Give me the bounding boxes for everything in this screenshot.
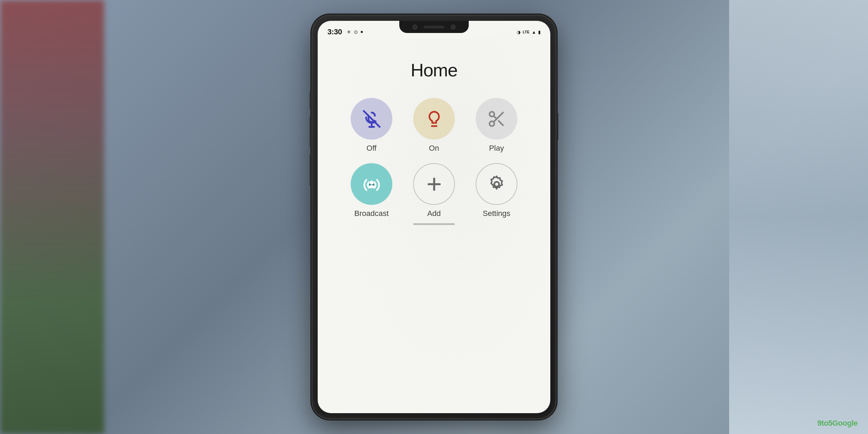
button-grid: Off On xyxy=(347,98,521,218)
play-button[interactable]: Play xyxy=(476,98,517,153)
scene: 3:30 ✳ ⊙ ◑ LTE ▲ ▮ Home xyxy=(0,0,868,434)
broadcast-label: Broadcast xyxy=(354,209,389,218)
broadcast-circle[interactable] xyxy=(351,163,392,205)
volume-down-button[interactable] xyxy=(310,116,312,148)
plus-icon xyxy=(425,175,444,194)
screen-content: Home xyxy=(318,39,550,413)
play-label: Play xyxy=(489,144,504,153)
phone-frame: 3:30 ✳ ⊙ ◑ LTE ▲ ▮ Home xyxy=(312,16,556,418)
svg-line-7 xyxy=(493,116,496,119)
status-time: 3:30 xyxy=(327,27,342,36)
add-label: Add xyxy=(427,209,441,218)
on-button[interactable]: On xyxy=(413,98,455,153)
scissors-icon xyxy=(487,109,506,128)
mic-off-icon xyxy=(362,109,381,128)
svg-point-12 xyxy=(494,182,499,186)
assistant-button[interactable] xyxy=(310,155,312,186)
broadcast-icon xyxy=(362,175,381,194)
front-camera-2 xyxy=(451,25,456,30)
svg-line-6 xyxy=(499,121,503,125)
battery-icon: ▮ xyxy=(538,30,541,35)
add-button[interactable]: Add xyxy=(413,163,455,218)
off-button[interactable]: Off xyxy=(351,98,392,153)
home-indicator[interactable] xyxy=(413,223,455,225)
notification-dot xyxy=(361,31,363,33)
watermark: 9to5Google xyxy=(817,419,858,428)
notification-icon-2: ⊙ xyxy=(354,29,358,35)
notification-icon-1: ✳ xyxy=(347,29,351,35)
add-circle[interactable] xyxy=(413,163,455,205)
page-title: Home xyxy=(411,60,458,81)
status-right-icons: ◑ LTE ▲ ▮ xyxy=(517,30,541,35)
volume-icon: ◑ xyxy=(517,30,520,35)
svg-point-9 xyxy=(369,181,373,184)
gear-icon xyxy=(487,175,506,194)
settings-circle[interactable] xyxy=(476,163,517,205)
power-button[interactable] xyxy=(556,113,558,141)
off-label: Off xyxy=(367,144,377,153)
status-icons: ✳ ⊙ xyxy=(347,29,363,35)
volume-up-button[interactable] xyxy=(310,92,312,109)
settings-button[interactable]: Settings xyxy=(476,163,517,218)
front-camera xyxy=(412,25,417,30)
settings-label: Settings xyxy=(483,209,510,218)
play-circle[interactable] xyxy=(476,98,517,140)
lightbulb-icon xyxy=(425,109,444,128)
network-icon: ▲ xyxy=(532,30,536,35)
background-right xyxy=(729,0,868,434)
background-left xyxy=(0,0,104,434)
background-pattern xyxy=(318,39,550,413)
phone-screen: 3:30 ✳ ⊙ ◑ LTE ▲ ▮ Home xyxy=(318,21,550,413)
earpiece-speaker xyxy=(424,26,444,28)
broadcast-button[interactable]: Broadcast xyxy=(351,163,392,218)
on-circle[interactable] xyxy=(413,98,455,140)
on-label: On xyxy=(429,144,439,153)
notch xyxy=(399,21,469,33)
signal-icon: LTE xyxy=(523,30,529,34)
off-circle[interactable] xyxy=(351,98,392,140)
